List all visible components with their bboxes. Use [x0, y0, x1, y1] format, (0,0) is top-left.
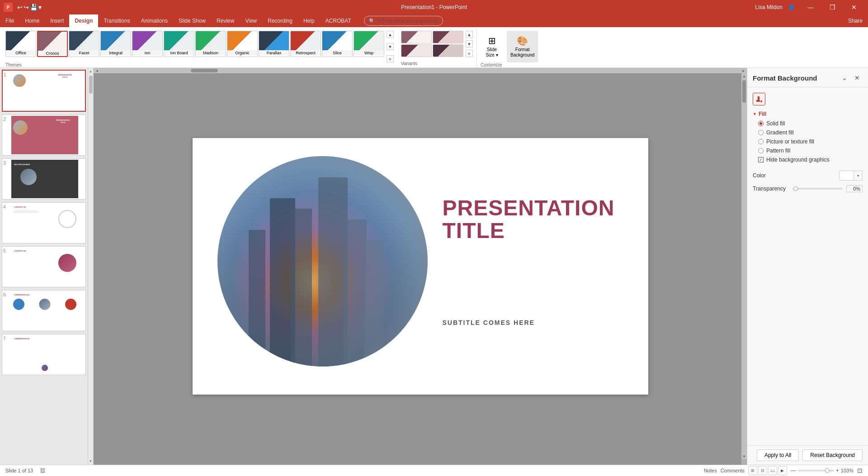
theme-ion[interactable]: Ion: [132, 31, 163, 57]
tab-home[interactable]: Home: [19, 14, 45, 27]
solid-fill-option[interactable]: Solid fill: [753, 119, 863, 128]
transparency-slider-thumb[interactable]: [793, 186, 798, 191]
tab-slideshow[interactable]: Slide Show: [173, 14, 211, 27]
normal-view-button[interactable]: ⊞: [748, 466, 757, 475]
undo-button[interactable]: ↩: [17, 4, 23, 11]
panel-collapse-button[interactable]: ⌄: [839, 72, 850, 83]
close-button[interactable]: ✕: [844, 0, 864, 14]
tab-view[interactable]: View: [240, 14, 262, 27]
profile-icon[interactable]: 👤: [788, 4, 795, 10]
tab-help[interactable]: Help: [298, 14, 320, 27]
redo-button[interactable]: ↪: [24, 4, 29, 11]
customize-qat-button[interactable]: ▾: [38, 4, 42, 11]
tab-design[interactable]: Design: [69, 14, 98, 27]
zoom-slider-thumb[interactable]: [825, 468, 830, 473]
scroll-down-arrow[interactable]: ▼: [88, 458, 94, 465]
solid-fill-radio[interactable]: [758, 121, 764, 126]
variant-1[interactable]: [401, 31, 432, 43]
picture-texture-fill-option[interactable]: Picture or texture fill: [753, 137, 863, 146]
tab-transitions[interactable]: Transitions: [98, 14, 135, 27]
transparency-slider[interactable]: [793, 188, 843, 190]
theme-ion-board[interactable]: Ion Board: [164, 31, 194, 57]
theme-facet[interactable]: Facet: [69, 31, 99, 57]
theme-organic[interactable]: Organic: [227, 31, 258, 57]
tab-file[interactable]: File: [0, 14, 19, 27]
reset-background-button[interactable]: Reset Background: [802, 449, 863, 461]
zoom-in-button[interactable]: +: [836, 467, 839, 474]
fit-to-window-button[interactable]: ⊡: [857, 467, 863, 474]
slide-thumb-4[interactable]: 4 CONTENT 4/4: [2, 202, 86, 243]
tab-acrobat[interactable]: ACROBAT: [320, 14, 357, 27]
theme-cronos[interactable]: Cronos: [37, 31, 68, 57]
tab-recording[interactable]: Recording: [262, 14, 298, 27]
slide-size-button[interactable]: ⊞ SlideSize ▾: [481, 31, 503, 62]
reading-view-button[interactable]: 📖: [768, 466, 777, 475]
hide-bg-graphics-option[interactable]: Hide background graphics: [753, 155, 863, 164]
notes-button[interactable]: Notes: [704, 468, 717, 473]
comments-button[interactable]: Comments: [721, 468, 745, 473]
theme-retrospect[interactable]: Retrospect: [290, 31, 321, 57]
ribbon-search[interactable]: 🔍 Tell me what you want to do: [364, 16, 443, 26]
share-button[interactable]: Share: [848, 18, 863, 24]
variant-4[interactable]: [433, 44, 463, 57]
v-scroll-thumb[interactable]: [742, 80, 746, 103]
slide-thumb-6[interactable]: 6 COMPARISON 4/4: [2, 290, 86, 331]
slideshow-button[interactable]: ▶: [778, 466, 787, 475]
variant-3[interactable]: [401, 44, 432, 57]
slide-panel-scrollbar[interactable]: ▲ ▼: [88, 68, 94, 465]
h-scroll-right[interactable]: ►: [740, 69, 747, 72]
slide-thumb-1[interactable]: 1 PRESENTATIONTITLE: [2, 70, 86, 112]
slide-thumb-5[interactable]: 5 CONTENT 4/4: [2, 246, 86, 287]
gradient-fill-radio[interactable]: [758, 130, 764, 135]
color-dropdown-arrow[interactable]: ▾: [854, 171, 862, 180]
theme-label-ion: Ion: [132, 50, 162, 56]
color-picker[interactable]: ▾: [839, 171, 863, 181]
themes-more[interactable]: ≡: [387, 55, 394, 62]
restore-button[interactable]: ❐: [822, 0, 843, 14]
tab-insert[interactable]: Insert: [45, 14, 69, 27]
zoom-out-button[interactable]: —: [791, 467, 796, 474]
hide-bg-graphics-checkbox[interactable]: [758, 157, 764, 162]
fill-section-header[interactable]: ▼ Fill: [753, 109, 863, 119]
slide-panel[interactable]: 1 PRESENTATIONTITLE 2 PRESENTATIONTITLE …: [0, 68, 88, 465]
theme-wisp[interactable]: Wisp: [354, 31, 384, 57]
variants-scroll-up[interactable]: ▲: [466, 31, 473, 38]
pattern-fill-option[interactable]: Pattern fill: [753, 146, 863, 155]
horizontal-scrollbar[interactable]: ◄ ►: [94, 68, 747, 73]
apply-to-all-button[interactable]: Apply to All: [757, 449, 799, 461]
variants-scroll-down[interactable]: ▼: [466, 40, 473, 48]
v-scroll-up[interactable]: ▲: [743, 73, 746, 79]
h-scroll-thumb[interactable]: [191, 69, 218, 72]
minimize-button[interactable]: —: [800, 0, 821, 14]
v-scroll-down[interactable]: ▼: [743, 453, 746, 459]
theme-parallax[interactable]: Parallax: [259, 31, 289, 57]
picture-texture-fill-radio[interactable]: [758, 139, 764, 144]
gradient-fill-option[interactable]: Gradient fill: [753, 128, 863, 137]
slide-thumb-7[interactable]: 7 COMPARISON 4/4: [2, 334, 86, 375]
theme-madison[interactable]: Madison: [195, 31, 226, 57]
tab-animations[interactable]: Animations: [136, 14, 173, 27]
h-scroll-left[interactable]: ◄: [94, 69, 100, 72]
zoom-level[interactable]: 103%: [841, 468, 854, 473]
tab-review[interactable]: Review: [211, 14, 240, 27]
format-background-button[interactable]: 🎨 FormatBackground: [507, 31, 538, 62]
theme-integral[interactable]: Integral: [100, 31, 131, 57]
theme-office[interactable]: Office: [5, 31, 36, 57]
fill-icon-button[interactable]: [753, 93, 765, 105]
panel-close-button[interactable]: ✕: [852, 72, 863, 83]
scroll-thumb[interactable]: [89, 76, 93, 94]
variants-more[interactable]: ≡: [466, 50, 473, 57]
slide-thumb-2[interactable]: 2 PRESENTATIONTITLE: [2, 114, 86, 156]
vertical-scrollbar[interactable]: ▲ ▼: [741, 73, 747, 465]
transparency-value[interactable]: 0%: [846, 185, 863, 192]
slide-sorter-button[interactable]: ⊟: [758, 466, 767, 475]
themes-scroll-up[interactable]: ▲: [387, 31, 394, 38]
theme-slice[interactable]: Slice: [322, 31, 353, 57]
save-button[interactable]: 💾: [30, 4, 38, 11]
variant-2[interactable]: [433, 31, 463, 43]
pattern-fill-radio[interactable]: [758, 148, 764, 153]
scroll-up-arrow[interactable]: ▲: [88, 68, 94, 75]
zoom-slider[interactable]: [798, 470, 834, 471]
slide-thumb-3[interactable]: 3 SECTION DIVIDER: [2, 158, 86, 200]
themes-scroll-down[interactable]: ▼: [387, 43, 394, 50]
